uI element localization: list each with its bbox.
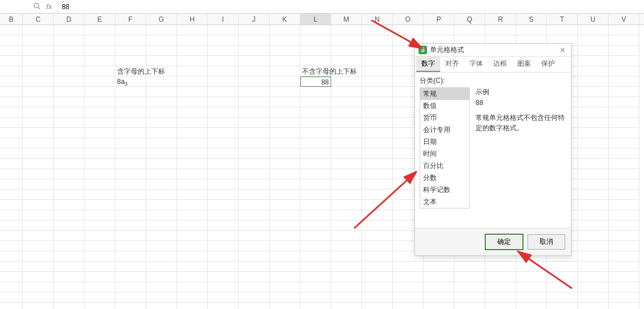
column-header[interactable]: I bbox=[208, 14, 239, 25]
cell[interactable] bbox=[331, 231, 362, 241]
cell[interactable] bbox=[146, 97, 177, 107]
cell[interactable] bbox=[393, 292, 424, 303]
cell[interactable] bbox=[609, 303, 639, 309]
cell[interactable] bbox=[84, 159, 115, 169]
cell[interactable] bbox=[362, 179, 393, 190]
cell[interactable] bbox=[177, 66, 208, 77]
cell[interactable] bbox=[0, 292, 23, 303]
cell[interactable] bbox=[300, 292, 331, 303]
cell[interactable] bbox=[609, 46, 639, 56]
cell[interactable] bbox=[609, 210, 639, 220]
cell[interactable] bbox=[269, 66, 300, 77]
cell[interactable] bbox=[208, 107, 239, 118]
cell[interactable] bbox=[146, 282, 177, 292]
cell[interactable] bbox=[269, 251, 300, 262]
cell[interactable] bbox=[115, 159, 146, 169]
cell[interactable] bbox=[146, 272, 177, 282]
cell[interactable] bbox=[578, 220, 609, 231]
cell[interactable] bbox=[269, 241, 300, 251]
cell[interactable] bbox=[300, 179, 331, 190]
cell[interactable] bbox=[0, 118, 23, 128]
cell[interactable] bbox=[239, 66, 269, 77]
cell[interactable] bbox=[331, 56, 362, 66]
cell[interactable] bbox=[177, 179, 208, 190]
cell[interactable] bbox=[239, 159, 269, 169]
cell[interactable] bbox=[331, 241, 362, 251]
cell[interactable] bbox=[609, 35, 639, 46]
cell[interactable] bbox=[146, 118, 177, 128]
cell[interactable] bbox=[0, 231, 23, 241]
column-header[interactable]: M bbox=[331, 14, 362, 25]
cell[interactable] bbox=[331, 138, 362, 149]
category-item[interactable]: 货币 bbox=[420, 112, 469, 124]
cell[interactable] bbox=[23, 272, 54, 282]
cell[interactable] bbox=[208, 46, 239, 56]
cell[interactable] bbox=[23, 128, 54, 138]
cell[interactable] bbox=[177, 272, 208, 282]
cell[interactable] bbox=[146, 138, 177, 149]
cell[interactable] bbox=[300, 149, 331, 159]
cell[interactable] bbox=[516, 303, 547, 309]
cell[interactable] bbox=[578, 282, 609, 292]
cell[interactable] bbox=[362, 118, 393, 128]
cell[interactable] bbox=[609, 149, 639, 159]
cell[interactable] bbox=[84, 56, 115, 66]
cell[interactable] bbox=[54, 220, 84, 231]
close-icon[interactable]: × bbox=[558, 45, 567, 55]
cell[interactable] bbox=[23, 190, 54, 200]
cell[interactable] bbox=[23, 25, 54, 35]
cell[interactable] bbox=[115, 149, 146, 159]
cell[interactable] bbox=[362, 220, 393, 231]
cell[interactable] bbox=[0, 35, 23, 46]
cell[interactable] bbox=[609, 138, 639, 149]
cell[interactable] bbox=[609, 272, 639, 282]
cell[interactable] bbox=[239, 241, 269, 251]
cell[interactable] bbox=[146, 251, 177, 262]
cell[interactable] bbox=[0, 251, 23, 262]
cell[interactable] bbox=[0, 282, 23, 292]
cell[interactable] bbox=[269, 272, 300, 282]
cell[interactable] bbox=[115, 220, 146, 231]
cell[interactable] bbox=[0, 262, 23, 272]
cell[interactable] bbox=[362, 35, 393, 46]
cell[interactable] bbox=[54, 46, 84, 56]
cell[interactable] bbox=[362, 200, 393, 210]
category-item[interactable]: 特殊 bbox=[420, 208, 469, 208]
cell[interactable] bbox=[146, 292, 177, 303]
cell[interactable] bbox=[269, 200, 300, 210]
cell[interactable] bbox=[54, 149, 84, 159]
cell[interactable] bbox=[578, 107, 609, 118]
cell[interactable] bbox=[239, 56, 269, 66]
cell[interactable] bbox=[146, 303, 177, 309]
cell[interactable] bbox=[331, 35, 362, 46]
cell[interactable] bbox=[269, 210, 300, 220]
cell[interactable] bbox=[300, 190, 331, 200]
cell[interactable] bbox=[239, 118, 269, 128]
cell[interactable] bbox=[208, 200, 239, 210]
cell[interactable] bbox=[300, 56, 331, 66]
cell[interactable] bbox=[0, 159, 23, 169]
cell[interactable] bbox=[547, 272, 578, 282]
cell[interactable] bbox=[23, 66, 54, 77]
cell[interactable] bbox=[177, 282, 208, 292]
cell[interactable] bbox=[609, 128, 639, 138]
cell[interactable] bbox=[424, 292, 454, 303]
cell[interactable] bbox=[146, 210, 177, 220]
cell[interactable] bbox=[208, 25, 239, 35]
cell[interactable] bbox=[578, 262, 609, 272]
cell[interactable] bbox=[362, 25, 393, 35]
cell[interactable] bbox=[578, 97, 609, 107]
cell[interactable] bbox=[54, 262, 84, 272]
cell[interactable] bbox=[609, 66, 639, 77]
cell[interactable] bbox=[547, 262, 578, 272]
cell[interactable] bbox=[609, 56, 639, 66]
cell[interactable] bbox=[454, 25, 485, 35]
cell[interactable] bbox=[84, 200, 115, 210]
cell[interactable] bbox=[362, 56, 393, 66]
cell[interactable] bbox=[424, 25, 454, 35]
cell[interactable] bbox=[115, 251, 146, 262]
cell[interactable] bbox=[84, 128, 115, 138]
tab-数字[interactable]: 数字 bbox=[416, 57, 440, 72]
cell[interactable] bbox=[269, 262, 300, 272]
category-item[interactable]: 会计专用 bbox=[420, 124, 469, 136]
